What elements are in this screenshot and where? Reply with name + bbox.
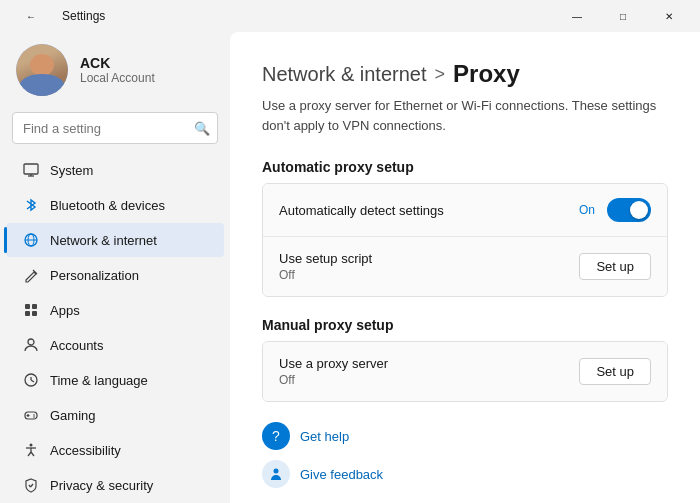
breadcrumb-parent[interactable]: Network & internet [262,63,427,86]
minimize-button[interactable]: — [554,0,600,32]
content-area: Network & internet > Proxy Use a proxy s… [230,32,700,503]
page-title: Proxy [453,60,520,88]
svg-point-11 [28,339,34,345]
automatic-proxy-section: Automatic proxy setup Automatically dete… [262,159,668,297]
proxy-server-row: Use a proxy server Off Set up [263,342,667,401]
manual-proxy-section: Manual proxy setup Use a proxy server Of… [262,317,668,402]
sidebar-item-accessibility-label: Accessibility [50,443,121,458]
svg-rect-0 [24,164,38,174]
breadcrumb: Network & internet > Proxy [262,60,668,88]
get-help-icon: ? [262,422,290,450]
svg-point-20 [30,444,33,447]
manual-proxy-card: Use a proxy server Off Set up [262,341,668,402]
svg-rect-10 [32,311,37,316]
sidebar-item-privacy-label: Privacy & security [50,478,153,493]
svg-line-23 [28,452,31,456]
toggle-state-label: On [579,203,595,217]
svg-line-24 [31,452,34,456]
sidebar-item-accounts[interactable]: Accounts [6,328,224,362]
gaming-icon [22,406,40,424]
sidebar-item-apps[interactable]: Apps [6,293,224,327]
sidebar-item-time[interactable]: Time & language [6,363,224,397]
sidebar-item-gaming-label: Gaming [50,408,96,423]
setup-script-label: Use setup script [279,251,372,266]
sidebar-item-network-label: Network & internet [50,233,157,248]
close-button[interactable]: ✕ [646,0,692,32]
auto-detect-label: Automatically detect settings [279,203,444,218]
accounts-icon [22,336,40,354]
profile-subtitle: Local Account [80,71,155,85]
sidebar-item-system-label: System [50,163,93,178]
sidebar-item-time-label: Time & language [50,373,148,388]
setup-script-button[interactable]: Set up [579,253,651,280]
footer-links: ? Get help Give feedback [262,422,668,488]
maximize-button[interactable]: □ [600,0,646,32]
svg-rect-9 [25,311,30,316]
time-icon [22,371,40,389]
auto-detect-row: Automatically detect settings On [263,184,667,237]
profile-section[interactable]: ACK Local Account [0,32,230,112]
manual-proxy-heading: Manual proxy setup [262,317,668,333]
sidebar-item-system[interactable]: System [6,153,224,187]
profile-name: ACK [80,55,155,71]
page-description: Use a proxy server for Ethernet or Wi-Fi… [262,96,668,135]
title-bar: ← Settings — □ ✕ [0,0,700,32]
get-help-label: Get help [300,429,349,444]
auto-detect-info: Automatically detect settings [279,203,444,218]
svg-point-29 [274,469,279,474]
sidebar-nav: System Bluetooth & devices [0,152,230,503]
search-box: 🔍 [12,112,218,144]
sidebar-item-apps-label: Apps [50,303,80,318]
svg-rect-8 [32,304,37,309]
search-icon: 🔍 [194,121,210,136]
sidebar: ACK Local Account 🔍 System [0,32,230,503]
accessibility-icon [22,441,40,459]
main-window: ACK Local Account 🔍 System [0,32,700,503]
sidebar-item-bluetooth[interactable]: Bluetooth & devices [6,188,224,222]
title-bar-controls: — □ ✕ [554,0,692,32]
proxy-server-button[interactable]: Set up [579,358,651,385]
back-button[interactable]: ← [8,0,54,32]
sidebar-item-accounts-label: Accounts [50,338,103,353]
sidebar-item-gaming[interactable]: Gaming [6,398,224,432]
bluetooth-icon [22,196,40,214]
auto-detect-toggle-wrap: On [579,198,651,222]
apps-icon [22,301,40,319]
feedback-link[interactable]: Give feedback [262,460,668,488]
svg-point-19 [33,416,35,418]
system-icon [22,161,40,179]
sidebar-item-personalization[interactable]: Personalization [6,258,224,292]
setup-script-sub: Off [279,268,372,282]
svg-rect-7 [25,304,30,309]
svg-line-26 [31,484,34,487]
breadcrumb-separator: > [435,64,446,85]
setup-script-row: Use setup script Off Set up [263,237,667,296]
sidebar-item-bluetooth-label: Bluetooth & devices [50,198,165,213]
sidebar-item-accessibility[interactable]: Accessibility [6,433,224,467]
avatar [16,44,68,96]
svg-line-14 [31,380,34,382]
svg-point-18 [33,414,35,416]
proxy-server-label: Use a proxy server [279,356,388,371]
feedback-icon [262,460,290,488]
title-bar-left: ← Settings [8,0,105,32]
privacy-icon [22,476,40,494]
personalization-icon [22,266,40,284]
auto-detect-toggle[interactable] [607,198,651,222]
proxy-server-info: Use a proxy server Off [279,356,388,387]
setup-script-info: Use setup script Off [279,251,372,282]
automatic-proxy-card: Automatically detect settings On Use set… [262,183,668,297]
get-help-link[interactable]: ? Get help [262,422,668,450]
sidebar-item-personalization-label: Personalization [50,268,139,283]
proxy-server-sub: Off [279,373,388,387]
search-input[interactable] [12,112,218,144]
feedback-label: Give feedback [300,467,383,482]
title-bar-title: Settings [62,9,105,23]
automatic-proxy-heading: Automatic proxy setup [262,159,668,175]
sidebar-item-network[interactable]: Network & internet [6,223,224,257]
sidebar-item-privacy[interactable]: Privacy & security [6,468,224,502]
network-icon [22,231,40,249]
profile-info: ACK Local Account [80,55,155,85]
toggle-knob [630,201,648,219]
